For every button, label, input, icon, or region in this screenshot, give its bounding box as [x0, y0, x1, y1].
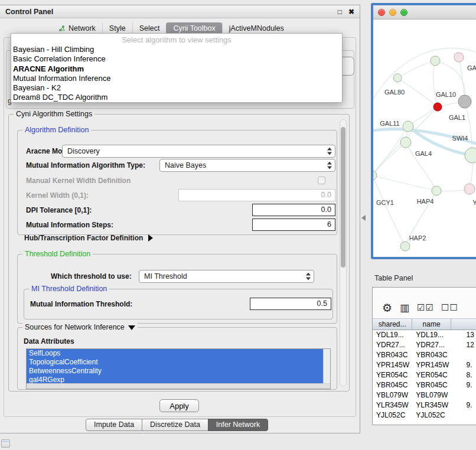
minimize-traffic-light[interactable]	[389, 9, 396, 16]
mi-steps-field[interactable]: 6	[252, 219, 335, 231]
stepper-arrows-icon	[327, 162, 332, 169]
network-node-green[interactable]	[465, 148, 476, 163]
network-canvas[interactable]: GALGAL80GAL10GAL1GAL11SWI4GAL4GCY1HAP4YH…	[373, 19, 476, 257]
table-row[interactable]: YDR27...YDR27...12	[373, 340, 476, 350]
table-toolbar: ⚙▥☑☑☐☐	[373, 288, 476, 318]
show-columns-icon[interactable]: ▥	[400, 302, 410, 314]
table-body: YDL19...YDL19...13YDR27...YDR27...12YBR0…	[373, 330, 476, 425]
network-edge[interactable]	[373, 126, 408, 175]
column-header-col-3[interactable]	[451, 318, 476, 330]
tab-label: jActiveMNodules	[229, 24, 284, 32]
close-traffic-light[interactable]	[378, 9, 385, 16]
aracne-mode-select[interactable]: Discovery	[62, 145, 335, 158]
table-row[interactable]: YDL19...YDL19...13	[373, 330, 476, 340]
network-edge[interactable]	[373, 175, 436, 191]
window-buttons: □ ✖	[338, 8, 354, 16]
table-row[interactable]: YLR345WYLR345W9.	[373, 400, 476, 410]
bottom-tab-discretize-data[interactable]: Discretize Data	[142, 419, 208, 431]
network-node-green[interactable]	[431, 56, 440, 66]
control-panel-window: Control Panel □ ✖ NetworkStyleSelectCyni…	[0, 5, 360, 433]
tab-select[interactable]: Select	[132, 22, 167, 34]
network-node-green[interactable]	[393, 74, 402, 82]
bottom-tab-infer-network[interactable]: Infer Network	[208, 419, 268, 431]
tab-label: Cyni Toolbox	[173, 24, 215, 32]
network-node-green[interactable]	[400, 242, 410, 251]
settings-scrollbar[interactable]	[340, 119, 347, 386]
table-cell: YJL052C	[373, 410, 412, 420]
algorithm-definition-group: Algorithm Definition Aracne Mode: Discov…	[17, 130, 337, 235]
deselect-all-icon[interactable]: ☐☐	[441, 302, 458, 313]
splitter-collapse-icon[interactable]	[361, 215, 366, 221]
table-panel: ⚙▥☑☑☐☐ shared...name YDL19...YDL19...13Y…	[372, 287, 476, 425]
algorithm-option-aracne-algorithm[interactable]: ARACNE Algorithm	[11, 64, 342, 74]
mi-threshold-field[interactable]: 0.5	[250, 298, 331, 310]
list-vertical-scrollbar[interactable]	[323, 349, 330, 383]
algorithm-option-mutual-information-inference[interactable]: Mutual Information Inference	[11, 74, 342, 83]
data-attribute-item[interactable]: gal4RGexp	[27, 376, 323, 383]
algorithm-option-bayesian-hill-climbing[interactable]: Bayesian - Hill Climbing	[11, 45, 342, 54]
list-horizontal-scrollbar[interactable]	[27, 383, 330, 389]
data-attribute-item[interactable]: TopologicalCoefficient	[27, 358, 323, 367]
table-row[interactable]: YPR145WYPR145W9.	[373, 360, 476, 370]
dpi-tolerance-field[interactable]: 0.0	[252, 204, 335, 216]
network-edge[interactable]	[433, 61, 438, 107]
threshold-type-select[interactable]: MI Threshold	[139, 270, 314, 283]
network-node-gray[interactable]	[458, 95, 471, 108]
dpi-tolerance-label: DPI Tolerance [0,1]:	[26, 206, 92, 214]
sources-title: Sources for Network Inference	[25, 323, 125, 331]
tab-network[interactable]: Network	[52, 22, 102, 34]
data-attributes-label: Data Attributes	[24, 337, 74, 345]
table-cell: 12	[451, 340, 476, 350]
table-cell: YLR345W	[373, 400, 412, 410]
table-row[interactable]: YBR045CYBR045C9.	[373, 380, 476, 390]
network-node-green[interactable]	[400, 137, 411, 148]
network-edge[interactable]	[373, 142, 406, 175]
table-row[interactable]: YER054CYER054C8.	[373, 370, 476, 380]
mi-type-select[interactable]: Naive Bayes	[159, 159, 335, 172]
close-window-button[interactable]: ✖	[348, 8, 354, 16]
network-view-window: GALGAL80GAL10GAL1GAL11SWI4GAL4GCY1HAP4YH…	[371, 3, 476, 259]
network-node-pink[interactable]	[464, 184, 475, 194]
tab-style[interactable]: Style	[102, 22, 132, 34]
control-panel-titlebar[interactable]: Control Panel □ ✖	[0, 5, 360, 18]
network-node-green[interactable]	[432, 186, 441, 195]
network-node-label: GCY1	[376, 199, 394, 206]
network-node-green[interactable]	[373, 171, 377, 180]
minimized-panel-icon[interactable]	[1, 439, 10, 448]
zoom-traffic-light[interactable]	[400, 9, 407, 16]
hub-definition-expander[interactable]: Hub/Transcription Factor Definition	[24, 234, 153, 242]
float-window-button[interactable]: □	[338, 8, 342, 16]
column-header-shared[interactable]: shared...	[373, 318, 412, 330]
network-node-red[interactable]	[433, 103, 442, 111]
table-settings-gear-icon[interactable]: ⚙	[382, 301, 393, 315]
network-node-green[interactable]	[403, 121, 413, 132]
network-edge[interactable]	[397, 61, 435, 78]
data-attribute-item[interactable]: BetweennessCentrality	[27, 367, 323, 376]
network-edge[interactable]	[465, 102, 472, 155]
table-row[interactable]: YJL052CYJL052C	[373, 410, 476, 420]
algorithm-options: Bayesian - Hill ClimbingBasic Correlatio…	[11, 45, 342, 103]
table-cell: YDR27...	[412, 340, 451, 350]
algorithm-option-dream8-dc-tdc-algorithm[interactable]: Dream8 DC_TDC Algorithm	[11, 93, 342, 102]
table-cell: 9.	[451, 360, 476, 370]
apply-button[interactable]: Apply	[159, 399, 199, 412]
bottom-tab-bar: Impute DataDiscretize DataInfer Network	[86, 419, 268, 431]
algorithm-option-bayesian-k2[interactable]: Bayesian - K2	[11, 83, 342, 93]
network-window-titlebar[interactable]	[373, 5, 476, 19]
bottom-tab-impute-data[interactable]: Impute Data	[86, 419, 142, 431]
tab-jactivemnodules[interactable]: jActiveMNodules	[222, 22, 291, 34]
network-node-pink[interactable]	[454, 53, 464, 62]
table-row[interactable]: YBR043CYBR043C	[373, 350, 476, 360]
tab-cyni-toolbox[interactable]: Cyni Toolbox	[166, 22, 221, 34]
select-all-icon[interactable]: ☑☑	[417, 302, 434, 313]
column-header-name[interactable]: name	[412, 318, 451, 330]
scrollbar-thumb[interactable]	[341, 127, 345, 268]
sources-expander[interactable]: Sources for Network Inference	[22, 323, 138, 331]
table-cell	[451, 390, 476, 400]
network-node-label: GAL4	[415, 150, 432, 157]
algorithm-option-basic-correlation-inference[interactable]: Basic Correlation Inference	[11, 54, 342, 64]
data-attribute-item[interactable]: SelfLoops	[27, 349, 323, 358]
table-row[interactable]: YBL079WYBL079W	[373, 390, 476, 400]
network-edge[interactable]	[373, 175, 405, 246]
table-cell: YBL079W	[373, 390, 412, 400]
